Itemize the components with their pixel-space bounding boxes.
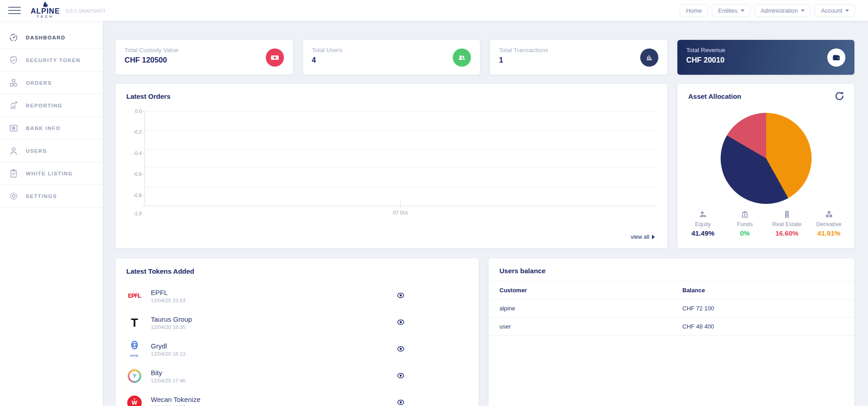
legend-value: 41.91% [808, 229, 850, 237]
token-row-taurus: T Taurus Group 12/04/20 18:35 [126, 309, 468, 336]
users-group-icon [453, 48, 471, 67]
sidebar-item-settings[interactable]: SETTINGS [0, 185, 103, 208]
grydl-logo-subtext: GRYDL [130, 354, 139, 357]
eye-icon[interactable] [397, 292, 404, 300]
legend-name: Real Estate [766, 221, 808, 227]
x-tick-label: 07 Oct [393, 210, 408, 215]
column-header-balance: Balance [671, 281, 854, 300]
stat-card-total-revenue: Total Revenue CHF 20010 [677, 40, 855, 75]
token-list: EPFL EPFL 12/04/20 23:53 T Tauru [126, 282, 468, 406]
latest-orders-card: Latest Orders 07 Oct 0.0 -0.2 -0.4 -0.6 … [115, 84, 667, 248]
token-name: Grydl [151, 342, 186, 350]
gear-icon [8, 191, 19, 201]
hamburger-menu-icon[interactable] [8, 7, 21, 14]
token-date: 12/04/20 18:35 [151, 324, 192, 330]
token-name: Bity [151, 369, 186, 377]
bottom-row: Latest Tokens Added EPFL EPFL 12/04/20 2… [115, 258, 854, 406]
top-header: ALPINE TECH 0.0.1-SNAPSHOT Home Entities… [0, 0, 868, 21]
stat-value: CHF 120500 [125, 56, 284, 64]
taurus-logo: T [126, 314, 143, 331]
sidebar-label: SETTINGS [26, 193, 57, 199]
table-row[interactable]: user CHF 48 400 [489, 318, 854, 336]
y-tick-label: -0.4 [128, 150, 142, 156]
balance-cell: CHF 72 100 [671, 300, 854, 318]
sidebar-item-security-token[interactable]: SECURITY TOKEN [0, 49, 103, 72]
sidebar-item-bank-info[interactable]: BANK INFO [0, 117, 103, 140]
stat-value: 4 [312, 56, 471, 64]
taurus-logo-text: T [131, 317, 138, 329]
customer-cell: user [489, 318, 671, 336]
allocation-pie-chart [720, 113, 811, 204]
person-tag-icon [699, 211, 707, 218]
x-tick-mark [400, 202, 401, 208]
eye-icon[interactable] [397, 399, 404, 406]
allocation-legend: Equity 41.49% Funds 0% Real Estate 16.60… [677, 211, 854, 237]
stat-label: Total Custody Value [125, 47, 284, 53]
safe-icon [8, 123, 19, 133]
sidebar-item-reporting[interactable]: REPORTING [0, 94, 103, 117]
stat-value: 1 [499, 56, 658, 64]
nav-entities-button[interactable]: Entities [712, 4, 751, 17]
token-name: EPFL [151, 289, 186, 296]
nav-home-button[interactable]: Home [680, 4, 708, 17]
legend-value: 41.49% [682, 229, 724, 237]
latest-tokens-card: Latest Tokens Added EPFL EPFL 12/04/20 2… [115, 258, 479, 406]
balance-cell: CHF 48 400 [671, 318, 854, 336]
sidebar-item-orders[interactable]: ORDERS [0, 72, 103, 94]
nav-account-button[interactable]: Account [815, 4, 855, 17]
user-icon [8, 146, 19, 156]
token-date: 12/04/20 18:13 [151, 351, 186, 357]
legend-value: 0% [724, 229, 766, 237]
cubes-stack-icon [825, 211, 833, 218]
legend-item-real-estate: Real Estate 16.60% [766, 211, 808, 237]
epfl-logo-text: EPFL [128, 293, 141, 299]
stats-row: Total Custody Value CHF 120500 Total Use… [115, 40, 854, 75]
users-balance-table: Customer Balance alpine CHF 72 100 user … [489, 281, 854, 336]
caret-down-icon [741, 10, 744, 12]
orders-chart-plot: 07 Oct [144, 111, 656, 206]
epfl-logo: EPFL [126, 288, 143, 304]
token-name: Taurus Group [151, 315, 192, 323]
token-row-wecan: W Wecan Tokenize 12/04/20 16:52 [126, 389, 468, 406]
sidebar-item-dashboard[interactable]: DASHBOARD [0, 26, 103, 49]
eye-icon[interactable] [397, 319, 404, 327]
sidebar-label: ORDERS [26, 80, 52, 86]
caret-down-icon [845, 10, 849, 12]
gauge-icon [8, 33, 19, 43]
arrow-right-icon [652, 235, 655, 239]
middle-row: Latest Orders 07 Oct 0.0 -0.2 -0.4 -0.6 … [115, 84, 854, 248]
sidebar-label: DASHBOARD [26, 35, 65, 40]
users-balance-title: Users balance [489, 258, 854, 281]
asset-allocation-title: Asset Allocation [688, 92, 741, 100]
asset-allocation-card: Asset Allocation Equity 41.49% Funds 0% [677, 84, 854, 248]
token-date: 12/04/20 23:53 [151, 298, 186, 303]
sidebar-item-white-listing[interactable]: WHITE LISTING [0, 162, 103, 185]
wecan-logo: W [126, 395, 143, 406]
view-all-link[interactable]: view all [631, 234, 655, 240]
table-row[interactable]: alpine CHF 72 100 [489, 300, 854, 318]
nav-administration-button[interactable]: Administration [754, 4, 811, 17]
brand-sub: TECH [27, 14, 63, 19]
view-all-label: view all [631, 234, 649, 240]
version-label: 0.0.1-SNAPSHOT [66, 8, 106, 14]
brand-name: ALPINE [27, 8, 63, 14]
nav-home-label: Home [686, 7, 702, 14]
legend-name: Derivative [808, 221, 850, 227]
token-date: 12/04/20 17:46 [151, 378, 186, 383]
latest-orders-title: Latest Orders [126, 92, 171, 100]
chart-growth-icon [8, 101, 19, 111]
sidebar-label: SECURITY TOKEN [26, 58, 81, 63]
legend-name: Funds [724, 221, 766, 227]
y-tick-label: -0.6 [128, 171, 142, 177]
eye-icon[interactable] [397, 372, 404, 380]
shield-check-icon [8, 55, 19, 65]
stat-card-total-users: Total Users 4 [303, 40, 480, 75]
nav-account-label: Account [821, 7, 842, 14]
orders-chart: 07 Oct 0.0 -0.2 -0.4 -0.6 -0.8 -1.0 [126, 111, 656, 216]
top-navigation: Home Entities Administration Account [680, 4, 855, 17]
nav-entities-label: Entities [718, 7, 738, 14]
sidebar-item-users[interactable]: USERS [0, 140, 103, 162]
eye-icon[interactable] [397, 345, 404, 353]
refresh-icon[interactable] [834, 91, 844, 101]
wecan-logo-text: W [132, 399, 137, 406]
